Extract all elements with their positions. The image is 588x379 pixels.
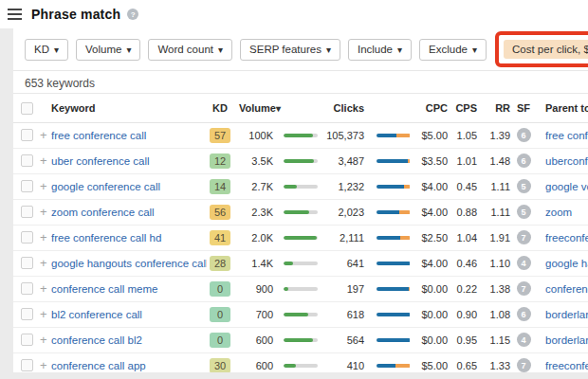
add-to-list-plus-icon[interactable] [40, 256, 47, 270]
sf-count-badge[interactable]: 4 [517, 256, 531, 270]
keyword-link[interactable]: google hangouts conference call [51, 258, 207, 269]
sf-count-badge[interactable]: 6 [517, 307, 531, 321]
clicks-value: 2,023 [319, 199, 366, 225]
sf-count-badge[interactable]: 6 [517, 153, 531, 168]
filter-button-include[interactable]: Include [348, 39, 412, 61]
add-to-list-plus-icon[interactable] [40, 153, 47, 168]
parent-topic-link[interactable]: zoom [545, 207, 572, 218]
filter-button-word-count[interactable]: Word count [148, 39, 232, 61]
help-icon[interactable] [127, 9, 138, 20]
column-header-sf[interactable]: SF [512, 94, 535, 122]
column-header-keyword[interactable]: Keyword [49, 94, 207, 122]
volume-bar-fill [284, 210, 309, 214]
add-to-list-plus-icon[interactable] [40, 128, 47, 142]
add-to-list-plus-icon[interactable] [40, 281, 47, 296]
table-row: conference call meme 0 900 197 $0.00 0.2… [13, 276, 588, 301]
sf-count-badge[interactable]: 4 [517, 333, 531, 347]
parent-topic-link[interactable]: uberconfe [545, 155, 588, 167]
active-filter-chip-cost-per-click[interactable]: Cost per click, $: Min-5.00 [504, 40, 588, 59]
rr-value: 1.08 [479, 301, 512, 327]
rr-value: 1.15 [479, 327, 512, 352]
sf-count-badge[interactable]: 7 [517, 358, 531, 372]
filter-button-serp-features[interactable]: SERP features [240, 39, 340, 61]
cps-value: 1.01 [450, 148, 479, 173]
clicks-value: 2,111 [319, 225, 366, 250]
add-to-list-plus-icon[interactable] [40, 179, 47, 193]
row-checkbox[interactable] [21, 257, 33, 269]
keyword-link[interactable]: uber conference call [51, 155, 150, 167]
rr-value: 1.11 [479, 199, 512, 225]
parent-topic-link[interactable]: free confe [545, 130, 588, 141]
sf-count-badge[interactable]: 5 [517, 179, 531, 193]
kd-badge: 14 [210, 179, 230, 194]
clicks-bar [377, 262, 410, 265]
volume-value: 2.7K [233, 173, 275, 199]
keyword-link[interactable]: bl2 conference call [51, 309, 142, 320]
parent-topic-link[interactable]: freeconfe [545, 232, 588, 244]
filter-button-kd[interactable]: KD [25, 39, 68, 61]
column-header-kd[interactable]: KD [207, 94, 233, 122]
clicks-bar [377, 313, 410, 316]
sf-count-badge[interactable]: 7 [517, 230, 531, 244]
caret-down-icon [126, 44, 131, 55]
column-header-clicks[interactable]: Clicks [319, 94, 366, 122]
parent-topic-link[interactable]: google vo [545, 181, 588, 192]
sf-count-badge[interactable]: 5 [517, 205, 531, 219]
row-checkbox[interactable] [21, 308, 33, 320]
select-all-checkbox[interactable] [21, 102, 33, 115]
row-checkbox[interactable] [21, 231, 33, 244]
filter-button-exclude[interactable]: Exclude [419, 39, 487, 61]
clicks-bar-organic [377, 262, 410, 265]
table-row: zoom conference call 56 2.3K 2,023 $4.00… [13, 199, 588, 225]
cpc-value: $4.00 [410, 173, 450, 199]
row-checkbox[interactable] [21, 154, 33, 167]
keyword-link[interactable]: zoom conference call [51, 207, 155, 218]
sf-count-badge[interactable]: 6 [517, 128, 531, 142]
keyword-link[interactable]: conference call meme [51, 283, 158, 295]
parent-topic-link[interactable]: borderlan [545, 334, 588, 346]
filter-button-volume[interactable]: Volume [76, 39, 140, 61]
row-checkbox[interactable] [21, 206, 33, 218]
keyword-link[interactable]: conference call bl2 [51, 334, 142, 346]
row-checkbox[interactable] [21, 282, 33, 295]
keyword-link[interactable]: conference call app [51, 360, 146, 371]
cps-value: 0.88 [450, 199, 479, 225]
column-header-volume[interactable]: Volume [233, 94, 319, 122]
table-row: conference call bl2 0 600 564 $0.00 0.95… [13, 327, 588, 352]
column-header-rr[interactable]: RR [479, 94, 512, 122]
add-to-list-plus-icon[interactable] [40, 230, 47, 244]
rr-value: 1.91 [479, 225, 512, 250]
parent-topic-link[interactable]: borderlan [545, 309, 588, 320]
kd-badge: 30 [210, 358, 230, 372]
clicks-bar-paid [404, 185, 410, 189]
keyword-link[interactable]: free conference call hd [51, 232, 161, 244]
keyword-link[interactable]: free conference call [51, 130, 146, 141]
sf-count-badge[interactable]: 7 [517, 281, 531, 296]
parent-topic-link[interactable]: conferenc [545, 283, 588, 295]
cpc-value: $0.00 [410, 327, 450, 352]
column-header-cpc[interactable]: CPC [410, 94, 450, 122]
volume-value: 100K [233, 122, 275, 148]
column-header-parent-topic[interactable]: Parent topic [535, 94, 588, 122]
add-to-list-plus-icon[interactable] [40, 205, 47, 219]
parent-topic-link[interactable]: freeconfe [545, 360, 588, 371]
active-filter-label: Cost per click, $: Min-5.00 [512, 44, 588, 55]
table-row: free conference call hd 41 2.0K 2,111 $2… [13, 225, 588, 250]
keyword-link[interactable]: google conference call [51, 181, 160, 192]
clicks-bar [377, 134, 410, 137]
volume-bar-fill [284, 338, 313, 342]
hamburger-menu-icon[interactable] [8, 9, 22, 20]
caret-down-icon [326, 44, 331, 55]
row-checkbox[interactable] [21, 359, 33, 371]
add-to-list-plus-icon[interactable] [40, 307, 47, 321]
add-to-list-plus-icon[interactable] [40, 333, 47, 347]
cpc-value: $0.00 [410, 301, 450, 327]
parent-topic-link[interactable]: google ha [545, 258, 588, 269]
volume-bar [284, 313, 318, 316]
volume-bar-fill [284, 262, 293, 265]
row-checkbox[interactable] [21, 180, 33, 192]
column-header-cps[interactable]: CPS [450, 94, 479, 122]
add-to-list-plus-icon[interactable] [40, 358, 47, 372]
row-checkbox[interactable] [21, 334, 33, 346]
row-checkbox[interactable] [21, 129, 33, 141]
